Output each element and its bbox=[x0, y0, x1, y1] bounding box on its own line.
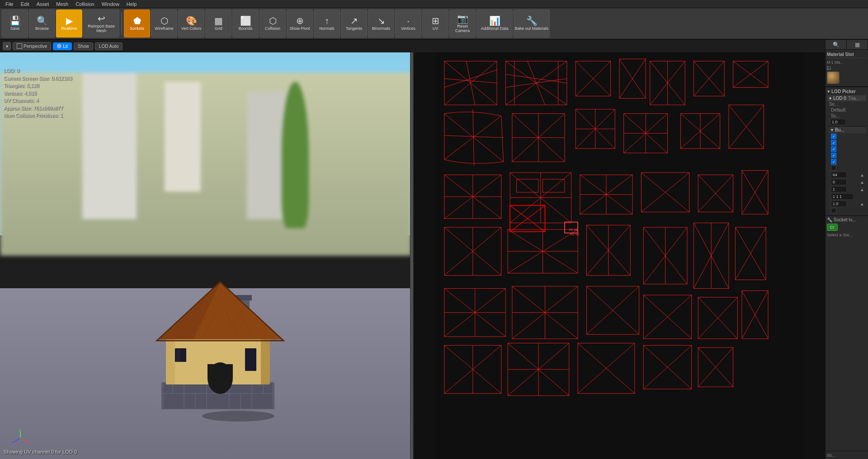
svg-line-31 bbox=[20, 438, 27, 442]
additional-data-label: Additional Data bbox=[481, 26, 508, 31]
show-pivot-icon: ⊕ bbox=[296, 16, 304, 25]
wireframe-label: Wireframe bbox=[155, 26, 174, 31]
default-label: Default: bbox=[831, 108, 846, 112]
svg-rect-17 bbox=[245, 348, 256, 371]
collision-icon: ⬡ bbox=[269, 16, 277, 25]
uv-viewport[interactable]: 50 00 50 10 bbox=[413, 52, 825, 459]
mat-header-name: 1 Ma... bbox=[831, 60, 844, 65]
reset-camera-button[interactable]: 📷 Reset Camera bbox=[449, 9, 476, 37]
value-10-input[interactable] bbox=[831, 201, 847, 207]
wireframe-button[interactable]: ⬡ Wireframe bbox=[151, 9, 177, 37]
collision-info: Num Collision Primitives: 1 bbox=[4, 112, 72, 119]
grid-side-icon[interactable]: ▦ bbox=[847, 40, 868, 49]
additional-data-icon: 📊 bbox=[489, 16, 500, 25]
additional-data-button[interactable]: 📊 Additional Data bbox=[476, 9, 513, 37]
sc-value-input[interactable] bbox=[830, 119, 846, 125]
menu-window[interactable]: Window bbox=[98, 1, 123, 7]
element-section: El bbox=[827, 66, 867, 71]
create-socket-button[interactable]: Cr bbox=[827, 224, 838, 231]
lod0-item[interactable]: ▾ LOD 0 Tria... bbox=[827, 95, 866, 101]
save-icon: 💾 bbox=[9, 16, 21, 25]
tangents-button[interactable]: ↗ Tangents bbox=[341, 9, 367, 37]
reimport-label: Reimport Base Mesh bbox=[84, 24, 119, 33]
binormals-button[interactable]: ↘ Binormals bbox=[368, 9, 394, 37]
material-swatch[interactable] bbox=[827, 71, 840, 84]
select-socket-hint: Select a Soc... bbox=[827, 233, 867, 237]
save-button[interactable]: 💾 Save bbox=[2, 9, 28, 37]
bake-icon: 🔧 bbox=[526, 16, 538, 25]
vert-colors-label: Vert Colors bbox=[181, 26, 202, 31]
normals-icon: ↑ bbox=[325, 16, 329, 25]
checkbox-row-6 bbox=[829, 165, 866, 171]
realtime-button[interactable]: ▶ Realtime bbox=[56, 9, 82, 37]
reimport-base-mesh-button[interactable]: ↩ Reimport Base Mesh bbox=[83, 9, 119, 37]
menu-asset[interactable]: Asset bbox=[33, 1, 53, 7]
checkbox-1[interactable]: ✓ bbox=[831, 134, 836, 139]
menu-edit[interactable]: Edit bbox=[17, 1, 33, 7]
menu-help[interactable]: Help bbox=[123, 1, 141, 7]
lod-picker-title[interactable]: ▾ LOD Picker bbox=[827, 89, 866, 94]
menu-collision[interactable]: Collision bbox=[72, 1, 98, 7]
grid-icon: ▦ bbox=[214, 16, 223, 25]
browse-button[interactable]: 🔍 Browse bbox=[29, 9, 55, 37]
svg-point-30 bbox=[202, 411, 274, 422]
search-side-icon[interactable]: 🔍 bbox=[826, 40, 847, 49]
bake-out-materials-button[interactable]: 🔧 Bake out Materials bbox=[514, 9, 550, 37]
collision-button[interactable]: ⬡ Collision bbox=[259, 9, 286, 37]
lod-properties: Se... Default: Sc... ▾ bbox=[827, 101, 866, 214]
show-pivot-button[interactable]: ⊕ Show Pivot bbox=[287, 9, 313, 37]
svg-text:50 00: 50 00 bbox=[569, 228, 578, 232]
uv-button[interactable]: ⊞ UV bbox=[422, 9, 448, 37]
vert-colors-button[interactable]: 🎨 Vert Colors bbox=[178, 9, 204, 37]
toolbar: 💾 Save 🔍 Browse ▶ Realtime ↩ Reimport Ba… bbox=[0, 8, 868, 40]
checkbox-4[interactable]: ✓ bbox=[831, 153, 836, 158]
lit-btn[interactable]: Lit bbox=[53, 42, 72, 50]
viewport-dropdown-btn[interactable]: ▾ bbox=[3, 42, 11, 50]
socket-wrench-icon: 🔧 bbox=[827, 217, 832, 222]
value-64-input[interactable] bbox=[831, 172, 847, 178]
socket-section: 🔧 Socket Iv... Cr Select a Soc... bbox=[826, 215, 868, 239]
bu-label: Bu... bbox=[835, 127, 844, 132]
wireframe-icon: ⬡ bbox=[160, 16, 168, 25]
normals-button[interactable]: ↑ Normals bbox=[314, 9, 340, 37]
svg-text:Y: Y bbox=[11, 441, 14, 444]
vertices-button[interactable]: · Vertices bbox=[395, 9, 421, 37]
lod-auto-btn[interactable]: LOD Auto bbox=[95, 42, 123, 50]
spinner-up-10[interactable]: ▲ bbox=[860, 201, 864, 206]
spinner-up-0[interactable]: ▲ bbox=[860, 180, 864, 185]
checkbox-7[interactable] bbox=[831, 208, 836, 213]
bu-section: ▾ Bu... ✓ ✓ ✓ bbox=[829, 126, 866, 214]
bu-section-header[interactable]: ▾ Bu... bbox=[829, 126, 866, 133]
screen-size-info: Current Screen Size: 0.612163 bbox=[4, 75, 72, 82]
vert-colors-icon: 🎨 bbox=[186, 16, 197, 25]
checkbox-6[interactable] bbox=[831, 165, 836, 171]
svg-rect-19 bbox=[208, 364, 233, 379]
grid-button[interactable]: ▦ Grid bbox=[205, 9, 231, 37]
value-111-input[interactable] bbox=[831, 193, 854, 200]
spinner-up-64[interactable]: ▲ bbox=[860, 173, 864, 178]
value-64-row: ▲ bbox=[829, 171, 866, 178]
checkbox-2[interactable]: ✓ bbox=[831, 140, 836, 145]
perspective-btn[interactable]: Perspective bbox=[13, 42, 51, 50]
value-1-input[interactable] bbox=[831, 186, 847, 192]
tangents-icon: ↗ bbox=[350, 16, 358, 25]
info-overlay: LOD: 0 Current Screen Size: 0.612163 Tri… bbox=[4, 67, 72, 119]
axes-svg: X Z Y bbox=[11, 429, 29, 447]
spinner-up-1[interactable]: ▲ bbox=[860, 187, 864, 192]
menu-file[interactable]: File bbox=[2, 1, 17, 7]
vertices-info: Vertices: 4,515 bbox=[4, 89, 72, 97]
checkbox-row-3: ✓ bbox=[829, 146, 866, 152]
show-btn[interactable]: Show bbox=[74, 42, 93, 50]
checkbox-5[interactable]: ✓ bbox=[831, 159, 836, 164]
uv-icon: ⊞ bbox=[432, 16, 439, 25]
viewport-3d[interactable]: LOD: 0 Current Screen Size: 0.612163 Tri… bbox=[0, 52, 411, 459]
house-svg bbox=[148, 251, 292, 423]
checkbox-row-7 bbox=[829, 207, 866, 214]
value-0-input[interactable] bbox=[831, 179, 847, 185]
sockets-button[interactable]: ⬟ Sockets bbox=[124, 9, 150, 37]
menu-mesh[interactable]: Mesh bbox=[52, 1, 72, 7]
lod-picker-label: LOD Picker bbox=[831, 89, 856, 94]
checkbox-3[interactable]: ✓ bbox=[831, 146, 836, 152]
binormals-label: Binormals bbox=[372, 26, 390, 31]
bounds-button[interactable]: ⬜ Bounds bbox=[232, 9, 259, 37]
